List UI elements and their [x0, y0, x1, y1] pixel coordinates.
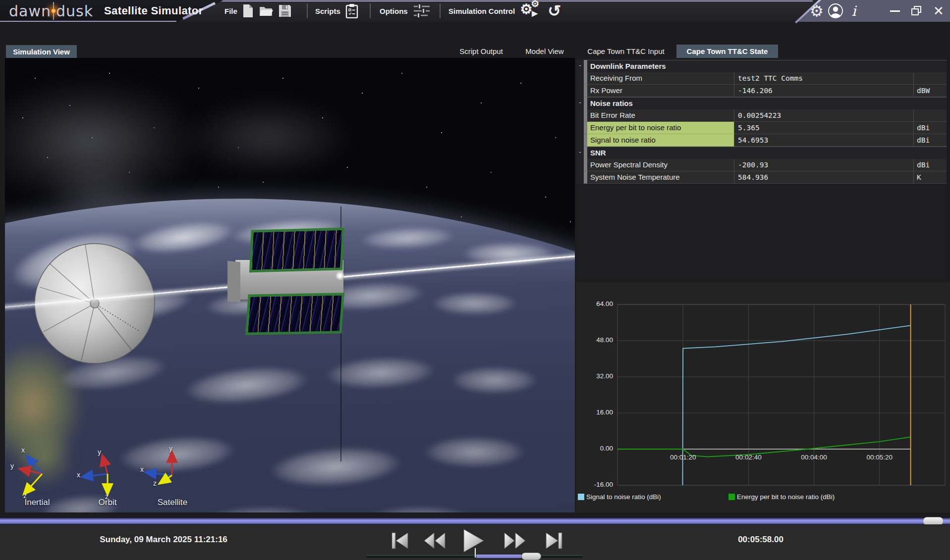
new-file-icon[interactable]	[242, 4, 254, 18]
speed-slider-handle[interactable]	[521, 553, 541, 560]
scripts-menu-label: Scripts	[315, 7, 340, 15]
cloud	[409, 432, 540, 472]
row-strip	[584, 134, 587, 147]
triad-label-orbit: Orbit	[70, 498, 145, 508]
row-name: Energy per bit to noise ratio	[587, 122, 734, 134]
simulation-elapsed-time: 00:05:58.00	[704, 535, 818, 545]
row-gutter	[576, 134, 584, 147]
skip-to-end-button[interactable]	[543, 530, 565, 554]
table-row[interactable]: System Noise Temperature584.936K	[576, 171, 947, 184]
file-menu[interactable]: File	[224, 0, 291, 22]
properties-chart-panel: 64.0048.0032.0016.000.00-16.0000:01:2000…	[576, 282, 950, 512]
axis-x-label: x	[140, 465, 144, 473]
app-window: dawn dusk Satellite Simulator File Scrip…	[0, 0, 950, 560]
scripts-menu[interactable]: Scripts	[315, 0, 358, 22]
triad-label-inertial: Inertial	[5, 498, 74, 508]
x-axis-tick-label: 00:02:40	[726, 454, 771, 461]
row-strip	[584, 147, 587, 159]
simulation-date: Sunday, 09 March 2025 11:21:16	[59, 535, 268, 545]
simulation-control-label: Simulation Control	[448, 7, 515, 15]
clipboard-icon[interactable]	[345, 3, 358, 18]
legend-label: Energy per bit to noise ratio (dBi)	[737, 493, 835, 501]
collapse-toggle[interactable]: -	[576, 97, 584, 110]
row-value: test2 TTC Comms	[734, 72, 914, 85]
save-icon[interactable]	[279, 4, 291, 17]
legend-swatch-green	[728, 494, 735, 500]
row-gutter	[576, 171, 584, 184]
table-row[interactable]: Receiving Fromtest2 TTC Comms	[576, 72, 947, 85]
tab-cape-town-ttc-state[interactable]: Cape Town TT&C State	[676, 45, 778, 58]
row-value: 0.00254223	[734, 109, 914, 122]
close-button[interactable]: ✕	[930, 0, 948, 22]
row-gutter	[576, 122, 584, 134]
row-unit: dBi	[914, 159, 947, 171]
file-menu-label: File	[224, 7, 237, 15]
speed-slider-tick	[475, 548, 476, 558]
reset-icon[interactable]: ↺	[548, 3, 561, 19]
table-group-row[interactable]: -SNR	[576, 147, 947, 159]
tab-simulation-view[interactable]: Simulation View	[6, 45, 77, 58]
toolbar-separator	[370, 3, 371, 18]
row-name: System Noise Temperature	[587, 171, 734, 184]
table-row[interactable]: Signal to noise ratio54.6953dBi	[576, 134, 947, 147]
speed-slider-fill	[476, 555, 521, 558]
row-name: Power Spectral Density	[587, 159, 734, 171]
axis-y-label: y	[169, 445, 172, 453]
row-unit: dBi	[914, 134, 947, 147]
simulation-control-menu[interactable]: Simulation Control ⚙ ⚙ ▶ ↺	[448, 0, 561, 22]
x-axis-tick-label: 00:01:20	[661, 454, 705, 461]
table-row[interactable]: Energy per bit to noise ratio5.365dBi	[576, 122, 947, 134]
tab-script-output[interactable]: Script Output	[448, 45, 514, 58]
space-nebula	[154, 88, 382, 187]
collapse-toggle[interactable]: -	[576, 60, 584, 73]
row-name: Receiving From	[587, 72, 734, 85]
timeline-scrubber[interactable]	[0, 518, 950, 524]
simulation-3d-view[interactable]: x y z x y z x y z Inertial Orbit	[5, 58, 575, 512]
logo-separator	[53, 2, 54, 20]
app-logo: dawn dusk Satellite Simulator	[9, 1, 203, 21]
triad-label-satellite: Satellite	[135, 498, 210, 508]
rewind-button[interactable]	[422, 531, 447, 553]
play-button[interactable]	[461, 528, 487, 556]
solar-panel-bottom	[245, 293, 344, 335]
row-strip	[584, 122, 587, 134]
title-bar: dawn dusk Satellite Simulator File Scrip…	[0, 0, 950, 22]
table-group-row[interactable]: -Noise ratios	[576, 97, 947, 109]
table-row[interactable]: Power Spectral Density-200.93dBi	[576, 159, 947, 171]
row-strip	[584, 85, 587, 97]
orbit-axis-triad: x y z	[77, 449, 141, 499]
axis-y-label: y	[10, 462, 14, 470]
minimize-button[interactable]	[886, 0, 904, 22]
playback-bar: Sunday, 09 March 2025 11:21:16 00:05:58.…	[0, 524, 950, 560]
row-value: 5.365	[734, 122, 914, 134]
row-strip	[584, 159, 587, 171]
group-label: SNR	[587, 147, 947, 159]
x-axis-tick-label: 00:05:20	[857, 454, 902, 461]
y-axis-tick-label: -16.00	[576, 481, 613, 488]
ttc-state-panel: -Downlink ParametersReceiving Fromtest2 …	[576, 58, 947, 279]
collapse-toggle[interactable]: -	[576, 147, 584, 159]
legend-swatch-cyan	[578, 494, 584, 500]
tab-cape-town-ttc-input[interactable]: Cape Town TT&C Input	[577, 45, 674, 58]
info-icon[interactable]: i	[846, 0, 861, 22]
table-group-row[interactable]: -Downlink Parameters	[576, 60, 947, 72]
row-unit: K	[914, 171, 947, 184]
fast-forward-button[interactable]	[503, 531, 527, 553]
tab-model-view[interactable]: Model View	[517, 45, 572, 58]
table-row[interactable]: Rx Power-146.206dBW	[576, 85, 947, 97]
skip-to-start-button[interactable]	[389, 530, 411, 554]
settings-gear-icon[interactable]: ⚙	[808, 0, 826, 22]
gears-play-icon[interactable]: ⚙ ⚙ ▶	[520, 1, 542, 21]
open-file-icon[interactable]	[259, 4, 274, 17]
user-account-icon[interactable]	[825, 0, 846, 22]
restore-button[interactable]	[907, 0, 927, 22]
options-sliders-icon[interactable]	[413, 4, 431, 18]
row-name: Rx Power	[587, 85, 734, 97]
options-menu[interactable]: Options	[380, 0, 431, 22]
y-axis-tick-label: 48.00	[576, 336, 613, 344]
row-unit	[914, 109, 947, 122]
toolbar-separator	[440, 3, 441, 18]
table-row[interactable]: Bit Error Rate0.00254223	[576, 109, 947, 122]
row-strip	[584, 72, 587, 85]
row-unit: dBW	[914, 85, 947, 97]
